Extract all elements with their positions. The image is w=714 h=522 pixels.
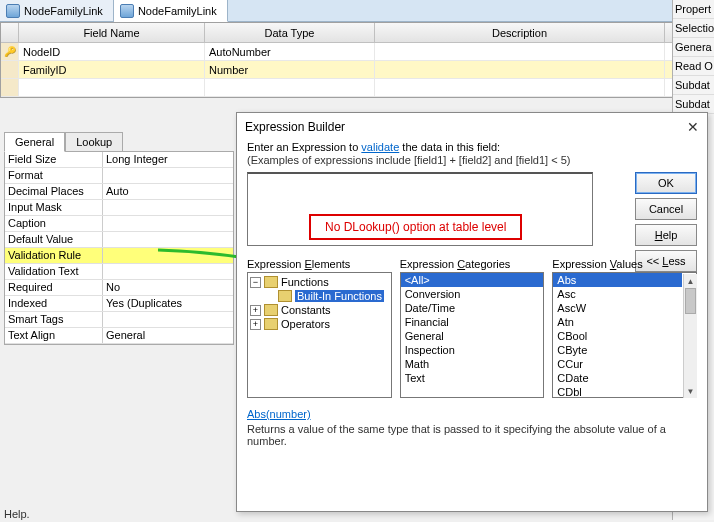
tab-general[interactable]: General bbox=[4, 132, 65, 152]
prop-value[interactable] bbox=[103, 232, 233, 247]
list-item[interactable]: General bbox=[401, 329, 544, 343]
list-item[interactable]: CCur bbox=[553, 357, 682, 371]
property-row[interactable]: Decimal PlacesAuto bbox=[5, 184, 233, 200]
tab-lookup[interactable]: Lookup bbox=[65, 132, 123, 152]
list-item[interactable]: Text bbox=[401, 371, 544, 385]
tree-node-functions[interactable]: − Functions bbox=[250, 275, 389, 289]
property-row[interactable]: Smart Tags bbox=[5, 312, 233, 328]
prop-value[interactable]: Auto bbox=[103, 184, 233, 199]
row-selector[interactable] bbox=[1, 61, 19, 78]
list-item[interactable]: <All> bbox=[401, 273, 544, 287]
data-type-cell[interactable]: AutoNumber bbox=[205, 43, 375, 60]
prop-value[interactable]: General bbox=[103, 328, 233, 343]
elements-tree[interactable]: − Functions Built-In Functions + Constan… bbox=[247, 272, 392, 398]
property-row[interactable]: Validation Rule bbox=[5, 248, 233, 264]
prop-value[interactable]: Yes (Duplicates bbox=[103, 296, 233, 311]
dialog-intro: Enter an Expression to validate the data… bbox=[247, 141, 697, 153]
cancel-button[interactable]: Cancel bbox=[635, 198, 697, 220]
data-type-cell[interactable]: Number bbox=[205, 61, 375, 78]
property-sheet-title: Propert bbox=[673, 0, 714, 19]
col-field-name[interactable]: Field Name bbox=[19, 23, 205, 42]
scroll-down-icon[interactable]: ▼ bbox=[684, 384, 697, 398]
prop-key: Default Value bbox=[5, 232, 103, 247]
dialog-title: Expression Builder bbox=[245, 120, 345, 134]
prop-value[interactable] bbox=[103, 200, 233, 215]
scroll-up-icon[interactable]: ▲ bbox=[684, 274, 697, 288]
list-item[interactable]: CByte bbox=[553, 343, 682, 357]
prop-value[interactable] bbox=[103, 216, 233, 231]
help-button[interactable]: Help bbox=[635, 224, 697, 246]
expand-icon[interactable]: + bbox=[250, 305, 261, 316]
property-row[interactable]: Field SizeLong Integer bbox=[5, 152, 233, 168]
annotation-box: No DLookup() option at table level bbox=[309, 214, 522, 240]
tab-nodefamilylink-2[interactable]: NodeFamilyLink bbox=[114, 0, 228, 22]
table-row[interactable]: FamilyID Number bbox=[1, 61, 713, 79]
tab-nodefamilylink-1[interactable]: NodeFamilyLink bbox=[0, 0, 114, 21]
table-row[interactable]: 🔑 NodeID AutoNumber bbox=[1, 43, 713, 61]
prop-key: Field Size bbox=[5, 152, 103, 167]
table-icon bbox=[120, 4, 134, 18]
prop-value[interactable]: No bbox=[103, 280, 233, 295]
row-selector[interactable]: 🔑 bbox=[1, 43, 19, 60]
property-row[interactable]: Format bbox=[5, 168, 233, 184]
expand-icon[interactable]: + bbox=[250, 319, 261, 330]
property-row[interactable]: Default Value bbox=[5, 232, 233, 248]
list-item[interactable]: CBool bbox=[553, 329, 682, 343]
ok-button[interactable]: OK bbox=[635, 172, 697, 194]
prop-value[interactable] bbox=[103, 312, 233, 327]
table-row-empty[interactable] bbox=[1, 79, 713, 97]
property-row[interactable]: Caption bbox=[5, 216, 233, 232]
description-cell[interactable] bbox=[375, 61, 665, 78]
col-description[interactable]: Description bbox=[375, 23, 665, 42]
categories-list[interactable]: <All>ConversionDate/TimeFinancialGeneral… bbox=[400, 272, 545, 398]
property-row[interactable]: Text AlignGeneral bbox=[5, 328, 233, 344]
prop-key: Validation Rule bbox=[5, 248, 103, 263]
primary-key-icon: 🔑 bbox=[4, 46, 16, 57]
prop-key: Decimal Places bbox=[5, 184, 103, 199]
property-grid: Field SizeLong IntegerFormatDecimal Plac… bbox=[4, 151, 234, 345]
table-design-grid: Field Name Data Type Description 🔑 NodeI… bbox=[0, 22, 714, 98]
prop-value[interactable] bbox=[103, 264, 233, 279]
row-selector-header bbox=[1, 23, 19, 42]
property-row[interactable]: RequiredNo bbox=[5, 280, 233, 296]
list-item[interactable]: Abs bbox=[553, 273, 682, 287]
property-row[interactable]: IndexedYes (Duplicates bbox=[5, 296, 233, 312]
property-sheet-item[interactable]: Genera bbox=[673, 38, 714, 57]
tree-node-operators[interactable]: + Operators bbox=[250, 317, 389, 331]
list-item[interactable]: AscW bbox=[553, 301, 682, 315]
property-sheet-item[interactable]: Subdat bbox=[673, 76, 714, 95]
field-name-cell[interactable]: FamilyID bbox=[19, 61, 205, 78]
tree-node-builtin[interactable]: Built-In Functions bbox=[278, 289, 389, 303]
folder-icon bbox=[264, 318, 278, 330]
list-item[interactable]: Conversion bbox=[401, 287, 544, 301]
list-item[interactable]: Financial bbox=[401, 315, 544, 329]
list-item[interactable]: Date/Time bbox=[401, 301, 544, 315]
col-data-type[interactable]: Data Type bbox=[205, 23, 375, 42]
list-item[interactable]: Asc bbox=[553, 287, 682, 301]
list-item[interactable]: Inspection bbox=[401, 343, 544, 357]
prop-value[interactable] bbox=[103, 168, 233, 183]
collapse-icon[interactable]: − bbox=[250, 277, 261, 288]
property-row[interactable]: Input Mask bbox=[5, 200, 233, 216]
prop-key: Format bbox=[5, 168, 103, 183]
list-item[interactable]: CDbl bbox=[553, 385, 682, 398]
scroll-thumb[interactable] bbox=[685, 288, 696, 314]
list-item[interactable]: CDate bbox=[553, 371, 682, 385]
values-list[interactable]: AbsAscAscWAtnCBoolCByteCCurCDateCDblChrC… bbox=[552, 272, 697, 398]
prop-value[interactable] bbox=[103, 248, 233, 263]
scrollbar[interactable]: ▲ ▼ bbox=[683, 274, 697, 398]
prop-value[interactable]: Long Integer bbox=[103, 152, 233, 167]
description-cell[interactable] bbox=[375, 43, 665, 60]
list-item[interactable]: Atn bbox=[553, 315, 682, 329]
property-sheet-item[interactable]: Read O bbox=[673, 57, 714, 76]
property-row[interactable]: Validation Text bbox=[5, 264, 233, 280]
list-item[interactable]: Math bbox=[401, 357, 544, 371]
expression-elements-col: Expression Elements − Functions Built-In… bbox=[247, 258, 392, 398]
field-name-cell[interactable]: NodeID bbox=[19, 43, 205, 60]
function-signature-link[interactable]: Abs(number) bbox=[247, 408, 311, 420]
field-prop-tabs: General Lookup bbox=[4, 132, 234, 152]
row-selector[interactable] bbox=[1, 79, 19, 96]
tree-node-constants[interactable]: + Constants bbox=[250, 303, 389, 317]
validate-link[interactable]: validate bbox=[361, 141, 399, 153]
close-icon[interactable]: ✕ bbox=[687, 119, 699, 135]
